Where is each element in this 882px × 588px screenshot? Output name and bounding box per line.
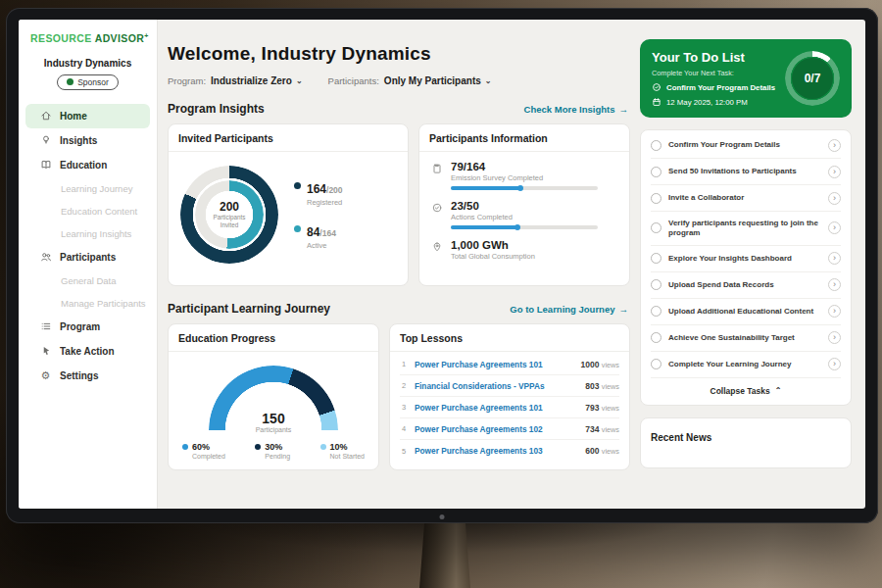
sponsor-badge[interactable]: Sponsor <box>57 74 119 90</box>
monitor-bezel: RESOURCE ADVISOR+ Industry Dynamics Spon… <box>6 8 878 523</box>
sidebar-item-settings[interactable]: ⚙ Settings <box>25 364 150 388</box>
brand-advisor: ADVISOR+ <box>95 32 149 44</box>
home-icon <box>39 110 52 122</box>
app-logo: RESOURCE ADVISOR+ <box>19 20 157 44</box>
participants-filter: Participants: Only My Participants ⌄ <box>328 75 492 86</box>
journey-cards-row: Education Progress 150 Participants 60% <box>168 323 630 470</box>
power-led <box>440 514 445 519</box>
legend-item-completed: 60% Completed <box>182 442 225 460</box>
participants-filter-label: Participants: <box>328 75 379 86</box>
todo-next-task[interactable]: Confirm Your Program Details <box>652 82 777 92</box>
lesson-link[interactable]: Financial Considerations - VPPAs <box>415 381 578 391</box>
task-row[interactable]: Verify participants requesting to join t… <box>651 212 841 246</box>
sidebar-item-program[interactable]: Program <box>25 315 150 339</box>
card-title: Participants Information <box>419 124 629 152</box>
program-filter-dropdown[interactable]: Industrialize Zero ⌄ <box>211 75 303 86</box>
lesson-link[interactable]: Power Purchase Agreements 103 <box>415 446 578 456</box>
todo-title: Your To Do List <box>652 50 777 65</box>
legend-item-pending: 30% Pending <box>255 442 290 460</box>
lesson-rank: 2 <box>400 381 408 390</box>
lesson-row: 3 Power Purchase Agreements 101 793 view… <box>400 397 619 418</box>
task-row[interactable]: Upload Spend Data Records › <box>651 272 841 299</box>
lesson-rank: 1 <box>400 360 408 368</box>
section-title-learning-journey: Participant Learning Journey <box>168 302 330 316</box>
checkbox-icon[interactable] <box>651 253 662 264</box>
checkbox-icon[interactable] <box>651 222 662 233</box>
program-filter-label: Program: <box>168 75 206 86</box>
checkbox-icon[interactable] <box>651 359 662 369</box>
progress-bar <box>451 225 598 229</box>
sidebar-item-general-data[interactable]: General Data <box>25 270 150 292</box>
sidebar-item-take-action[interactable]: Take Action <box>25 339 150 364</box>
task-row[interactable]: Upload Additional Educational Content › <box>651 299 841 325</box>
chevron-right-icon[interactable]: › <box>828 278 841 291</box>
dashboard-screen: RESOURCE ADVISOR+ Industry Dynamics Spon… <box>19 20 865 509</box>
chevron-right-icon[interactable]: › <box>828 331 841 344</box>
lesson-link[interactable]: Power Purchase Agreements 102 <box>415 424 578 434</box>
sidebar-item-learning-insights[interactable]: Learning Insights <box>25 222 150 245</box>
stat-emission-survey: 79/164 Emission Survey Completed <box>431 161 617 190</box>
scene: RESOURCE ADVISOR+ Industry Dynamics Spon… <box>0 0 882 588</box>
chevron-up-icon: ⌃ <box>775 386 782 395</box>
checkbox-icon[interactable] <box>651 193 662 204</box>
chevron-right-icon[interactable]: › <box>828 166 841 178</box>
top-lessons-card: Top Lessons 1 Power Purchase Agreements … <box>389 323 630 470</box>
clipboard-icon <box>431 161 443 190</box>
task-row[interactable]: Complete Your Learning Journey › <box>651 352 841 378</box>
chevron-right-icon[interactable]: › <box>828 252 841 265</box>
checkbox-icon[interactable] <box>651 167 662 177</box>
invited-participants-donut: 200 Participants Invited <box>180 166 278 264</box>
todo-progress-ring: 0/7 <box>785 51 840 106</box>
gauge-center: 150 Participants <box>209 411 338 433</box>
book-icon <box>39 159 52 171</box>
donut-center: 200 Participants Invited <box>207 192 252 237</box>
sidebar-item-manage-participants[interactable]: Manage Participants <box>25 292 150 315</box>
invited-total-label: Participants Invited <box>211 214 248 229</box>
recent-news-title: Recent News <box>651 432 711 443</box>
learning-journey-header: Participant Learning Journey Go to Learn… <box>168 302 630 316</box>
chevron-right-icon[interactable]: › <box>828 192 841 205</box>
sidebar-item-education[interactable]: Education <box>25 153 150 177</box>
todo-card: Your To Do List Complete Your Next Task:… <box>640 39 852 118</box>
task-row[interactable]: Send 50 Invitations to Participants › <box>651 159 841 185</box>
collapse-tasks-link[interactable]: Collapse Tasks⌃ <box>651 378 841 403</box>
org-name: Industry Dynamics <box>19 58 157 69</box>
chevron-right-icon[interactable]: › <box>828 305 841 318</box>
lesson-row: 5 Power Purchase Agreements 103 600 view… <box>400 440 619 462</box>
task-row[interactable]: Invite a Collaborator › <box>651 185 841 212</box>
checkbox-icon[interactable] <box>651 279 662 290</box>
checkbox-icon[interactable] <box>651 306 662 317</box>
lesson-link[interactable]: Power Purchase Agreements 101 <box>415 360 573 369</box>
sidebar-item-participants[interactable]: Participants <box>25 245 150 270</box>
task-row[interactable]: Explore Your Insights Dashboard › <box>651 246 841 272</box>
check-circle-icon <box>431 200 443 229</box>
chevron-right-icon[interactable]: › <box>828 221 841 234</box>
bulb-icon <box>39 134 52 146</box>
gear-icon: ⚙ <box>39 370 52 381</box>
participants-filter-dropdown[interactable]: Only My Participants ⌄ <box>384 75 492 86</box>
sidebar-item-insights[interactable]: Insights <box>25 128 150 153</box>
todo-progress-value: 0/7 <box>792 58 833 99</box>
sidebar-item-label: Home <box>60 111 87 122</box>
sidebar-item-label: General Data <box>61 275 117 286</box>
sidebar-item-learning-journey[interactable]: Learning Journey <box>25 177 150 200</box>
lesson-link[interactable]: Power Purchase Agreements 101 <box>415 403 578 413</box>
task-row[interactable]: Confirm Your Program Details › <box>651 132 841 159</box>
sidebar-item-home[interactable]: Home <box>25 104 150 128</box>
task-row[interactable]: Achieve One Sustainability Target › <box>651 325 841 352</box>
chevron-right-icon[interactable]: › <box>828 358 841 370</box>
sidebar-item-label: Learning Insights <box>61 228 131 239</box>
checkbox-icon[interactable] <box>651 140 662 151</box>
lesson-views: 1000 views <box>580 360 619 369</box>
go-to-learning-journey-link[interactable]: Go to Learning Journey→ <box>510 304 628 315</box>
card-title: Top Lessons <box>390 324 629 352</box>
chevron-down-icon: ⌄ <box>296 77 303 85</box>
checkbox-icon[interactable] <box>651 332 662 343</box>
cursor-icon <box>39 345 52 357</box>
legend-item-active: 84/164 Active <box>294 222 343 250</box>
check-more-insights-link[interactable]: Check More Insights→ <box>524 104 628 115</box>
legend-dot <box>294 182 301 189</box>
sidebar-item-education-content[interactable]: Education Content <box>25 200 150 222</box>
sidebar-item-label: Manage Participants <box>61 298 146 309</box>
chevron-right-icon[interactable]: › <box>828 139 841 152</box>
